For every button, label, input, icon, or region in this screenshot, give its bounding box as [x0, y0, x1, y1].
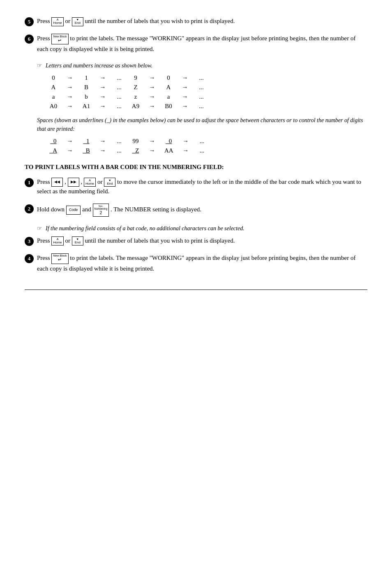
step-6-block: 6 Press New Block ↵ to print the labels.… — [25, 34, 367, 54]
table-cell: → — [95, 146, 111, 155]
table-cell: → — [178, 146, 194, 155]
table-cell: → — [144, 137, 160, 146]
table-cell: 1 — [78, 73, 95, 83]
table-cell: ... — [193, 73, 210, 83]
table-cell: ... — [193, 92, 210, 102]
barcode-step-2-content: Hold down Code and Sec. Numbering 2 . Th… — [37, 204, 367, 217]
table-cell: A9 — [127, 102, 144, 111]
table-cell: → — [62, 137, 78, 146]
step-5-text1: Press — [37, 18, 50, 24]
key-home-2[interactable]: A Home — [84, 178, 96, 187]
table-cell: → — [62, 83, 78, 92]
step-6-number: 6 — [25, 35, 34, 44]
barcode-step-3-block: 3 Press A Home or ▼ End until the number… — [25, 236, 367, 246]
key-home-3[interactable]: A Home — [51, 236, 63, 245]
table-cell: ... — [111, 137, 127, 146]
table-cell: → — [144, 92, 160, 102]
barcode-step-3-or: or — [65, 237, 72, 244]
key-code[interactable]: Code — [66, 206, 81, 215]
table-cell: ... — [111, 102, 127, 111]
table-row: _A → _B → ... _Z → AA → ... — [45, 146, 210, 155]
table-cell: a — [45, 92, 62, 102]
barcode-step-2-text2: and — [82, 206, 91, 213]
step-5-number: 5 — [25, 17, 34, 26]
table-cell: z — [127, 92, 144, 102]
key-ff[interactable]: ▶▶ — [68, 178, 79, 187]
table-cell: → — [62, 146, 78, 155]
note-icon-1: ☞ — [37, 62, 42, 69]
key-home[interactable]: A Home — [51, 17, 63, 26]
step-5-block: 5 Press A Home or ▼ End until the number… — [25, 16, 367, 26]
table-cell: ... — [111, 146, 127, 155]
barcode-section-heading: TO PRINT LABELS WITH A BAR CODE IN THE N… — [25, 164, 367, 171]
table-row: A → B → ... Z → A → ... — [45, 83, 210, 92]
table-cell: _0 — [45, 137, 62, 146]
table-cell: → — [144, 102, 160, 111]
table-cell: B0 — [160, 102, 177, 111]
table-cell: → — [178, 137, 194, 146]
table-row: _0 → _1 → ... 99 → _0 → ... — [45, 137, 210, 146]
table-cell: A0 — [45, 102, 62, 111]
note-1-block: ☞ Letters and numbers increase as shown … — [37, 61, 367, 70]
table-cell: ... — [194, 146, 210, 155]
table-cell: → — [95, 102, 111, 111]
barcode-note-block: ☞ If the numbering field consists of a b… — [37, 224, 367, 233]
table-cell: _A — [45, 146, 62, 155]
table-cell: → — [95, 83, 111, 92]
table-cell: → — [144, 73, 160, 83]
key-rewind[interactable]: ◀◀ — [51, 178, 63, 187]
table-row: 0 → 1 → ... 9 → 0 → ... — [45, 73, 210, 83]
table-cell: ... — [193, 102, 210, 111]
barcode-step-3-text3: until the number of labels that you wish… — [85, 237, 235, 244]
table-cell: Z — [127, 83, 144, 92]
table-cell: _1 — [78, 137, 95, 146]
table-cell: → — [62, 102, 78, 111]
barcode-step-3-content: Press A Home or ▼ End until the number o… — [37, 236, 367, 246]
barcode-step-2-block: 2 Hold down Code and Sec. Numbering 2 . … — [25, 204, 367, 217]
barcode-step-4-block: 4 Press New Block ↵ to print the labels.… — [25, 253, 367, 273]
table-cell: _B — [78, 146, 95, 155]
key-newblock-enter-2[interactable]: New Block ↵ — [51, 253, 68, 264]
table-cell: → — [177, 92, 193, 102]
key-end-2[interactable]: ▼ End — [104, 178, 115, 187]
table-cell: ... — [111, 92, 127, 102]
key-newblock-enter[interactable]: New Block ↵ — [51, 34, 68, 44]
barcode-step-2-text3: . The NUMBER setting is displayed. — [111, 206, 201, 213]
increment-table-1: 0 → 1 → ... 9 → 0 → ... A → B → ... Z → … — [45, 73, 210, 111]
table-cell: → — [62, 92, 78, 102]
table-row: A0 → A1 → ... A9 → B0 → ... — [45, 102, 210, 111]
table-cell: A — [160, 83, 177, 92]
table-cell: 0 — [45, 73, 62, 83]
note-2-block: Spaces (shown as underlines (_) in the e… — [37, 116, 367, 133]
barcode-step-2-number: 2 — [25, 204, 34, 213]
barcode-step-1-content: Press ◀◀ , ▶▶ , A Home or ▼ End to move … — [37, 177, 367, 196]
table-cell: → — [177, 73, 193, 83]
table-cell: A — [45, 83, 62, 92]
table-cell: → — [95, 137, 111, 146]
table-cell: → — [177, 83, 193, 92]
step-5-text2: until the number of labels that you wish… — [85, 18, 235, 24]
increment-table-2: _0 → _1 → ... 99 → _0 → ... _A → _B → ..… — [45, 137, 210, 155]
table-cell: ... — [111, 83, 127, 92]
step-6-text2: to print the labels. The message "WORKIN… — [37, 35, 355, 52]
note-icon-2: ☞ — [37, 225, 42, 232]
note-1-text: Letters and numbers increase as shown be… — [46, 61, 152, 70]
key-end-3[interactable]: ▼ End — [72, 236, 83, 245]
barcode-step-3-text1: Press — [37, 237, 50, 244]
table-cell: → — [144, 146, 160, 155]
step-5-text-or: or — [65, 18, 72, 24]
barcode-step-3-number: 3 — [25, 237, 34, 246]
table-cell: AA — [160, 146, 178, 155]
comma-1: , — [65, 178, 68, 185]
table-cell: ... — [111, 73, 127, 83]
table-row: a → b → ... z → a → ... — [45, 92, 210, 102]
table-cell: 99 — [127, 137, 144, 146]
barcode-step-1-text1: Press — [37, 178, 50, 185]
note-2-text: Spaces (shown as underlines (_) in the e… — [37, 117, 363, 132]
step-6-content: Press New Block ↵ to print the labels. T… — [37, 34, 367, 54]
table-cell: → — [95, 92, 111, 102]
key-end[interactable]: ▼ End — [72, 17, 83, 26]
barcode-note-text: If the numbering field consists of a bat… — [46, 224, 244, 233]
key-numbering[interactable]: Sec. Numbering 2 — [93, 204, 109, 217]
table-cell: _0 — [160, 137, 178, 146]
